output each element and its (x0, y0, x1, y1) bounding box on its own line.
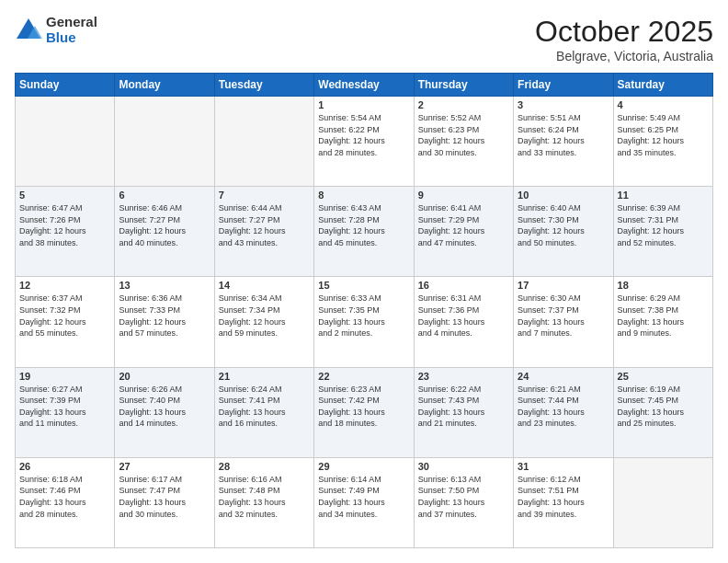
calendar-cell: 30Sunrise: 6:13 AMSunset: 7:50 PMDayligh… (414, 457, 513, 547)
calendar-cell: 2Sunrise: 5:52 AMSunset: 6:23 PMDaylight… (414, 97, 513, 187)
day-number: 7 (219, 190, 310, 201)
week-row-4: 26Sunrise: 6:18 AMSunset: 7:46 PMDayligh… (16, 457, 713, 547)
cell-info: Sunrise: 6:24 AMSunset: 7:41 PMDaylight:… (219, 384, 310, 430)
col-header-saturday: Saturday (613, 74, 712, 97)
calendar-cell: 16Sunrise: 6:31 AMSunset: 7:36 PMDayligh… (414, 277, 513, 367)
col-header-thursday: Thursday (414, 74, 513, 97)
calendar-cell: 9Sunrise: 6:41 AMSunset: 7:29 PMDaylight… (414, 187, 513, 277)
calendar-cell: 28Sunrise: 6:16 AMSunset: 7:48 PMDayligh… (214, 457, 313, 547)
header: General Blue October 2025 Belgrave, Vict… (15, 15, 713, 63)
cell-info: Sunrise: 6:21 AMSunset: 7:44 PMDaylight:… (518, 384, 609, 430)
calendar-cell: 3Sunrise: 5:51 AMSunset: 6:24 PMDaylight… (514, 97, 613, 187)
cell-info: Sunrise: 6:34 AMSunset: 7:34 PMDaylight:… (219, 293, 310, 339)
day-number: 16 (418, 280, 509, 291)
day-number: 15 (318, 280, 409, 291)
calendar-cell: 10Sunrise: 6:40 AMSunset: 7:30 PMDayligh… (514, 187, 613, 277)
day-number: 21 (219, 371, 310, 382)
cell-info: Sunrise: 6:31 AMSunset: 7:36 PMDaylight:… (418, 293, 509, 339)
day-number: 14 (219, 280, 310, 291)
calendar-cell: 20Sunrise: 6:26 AMSunset: 7:40 PMDayligh… (115, 367, 214, 457)
cell-info: Sunrise: 6:13 AMSunset: 7:50 PMDaylight:… (418, 474, 509, 520)
week-row-1: 5Sunrise: 6:47 AMSunset: 7:26 PMDaylight… (16, 187, 713, 277)
calendar-cell: 22Sunrise: 6:23 AMSunset: 7:42 PMDayligh… (314, 367, 414, 457)
cell-info: Sunrise: 6:43 AMSunset: 7:28 PMDaylight:… (318, 202, 409, 248)
cell-info: Sunrise: 5:51 AMSunset: 6:24 PMDaylight:… (518, 112, 609, 158)
cell-info: Sunrise: 6:36 AMSunset: 7:33 PMDaylight:… (119, 293, 210, 339)
cell-info: Sunrise: 6:19 AMSunset: 7:45 PMDaylight:… (618, 384, 709, 430)
cell-info: Sunrise: 6:39 AMSunset: 7:31 PMDaylight:… (618, 202, 709, 248)
calendar-cell: 13Sunrise: 6:36 AMSunset: 7:33 PMDayligh… (115, 277, 214, 367)
day-number: 23 (418, 371, 509, 382)
logo-general-text: General (46, 15, 97, 30)
title-block: October 2025 Belgrave, Victoria, Austral… (535, 15, 713, 63)
calendar-cell: 24Sunrise: 6:21 AMSunset: 7:44 PMDayligh… (514, 367, 613, 457)
day-number: 20 (119, 371, 210, 382)
calendar-cell: 7Sunrise: 6:44 AMSunset: 7:27 PMDaylight… (214, 187, 313, 277)
col-header-wednesday: Wednesday (314, 74, 414, 97)
day-number: 13 (119, 280, 210, 291)
calendar-cell: 6Sunrise: 6:46 AMSunset: 7:27 PMDaylight… (115, 187, 214, 277)
cell-info: Sunrise: 6:22 AMSunset: 7:43 PMDaylight:… (418, 384, 509, 430)
cell-info: Sunrise: 6:47 AMSunset: 7:26 PMDaylight:… (19, 202, 110, 248)
month-title: October 2025 (535, 15, 713, 49)
day-number: 19 (19, 371, 110, 382)
cell-info: Sunrise: 6:29 AMSunset: 7:38 PMDaylight:… (618, 293, 709, 339)
cell-info: Sunrise: 6:44 AMSunset: 7:27 PMDaylight:… (219, 202, 310, 248)
week-row-3: 19Sunrise: 6:27 AMSunset: 7:39 PMDayligh… (16, 367, 713, 457)
day-number: 22 (318, 371, 409, 382)
cell-info: Sunrise: 5:54 AMSunset: 6:22 PMDaylight:… (318, 112, 409, 158)
day-number: 5 (19, 190, 110, 201)
cell-info: Sunrise: 6:26 AMSunset: 7:40 PMDaylight:… (119, 384, 210, 430)
logo: General Blue (15, 15, 97, 45)
logo-blue-text: Blue (46, 30, 97, 46)
calendar-cell: 17Sunrise: 6:30 AMSunset: 7:37 PMDayligh… (514, 277, 613, 367)
calendar-cell: 11Sunrise: 6:39 AMSunset: 7:31 PMDayligh… (613, 187, 712, 277)
calendar-cell: 5Sunrise: 6:47 AMSunset: 7:26 PMDaylight… (16, 187, 115, 277)
cell-info: Sunrise: 6:37 AMSunset: 7:32 PMDaylight:… (19, 293, 110, 339)
cell-info: Sunrise: 6:18 AMSunset: 7:46 PMDaylight:… (19, 474, 110, 520)
calendar-cell: 19Sunrise: 6:27 AMSunset: 7:39 PMDayligh… (16, 367, 115, 457)
day-number: 11 (618, 190, 709, 201)
cell-info: Sunrise: 6:33 AMSunset: 7:35 PMDaylight:… (318, 293, 409, 339)
day-number: 9 (418, 190, 509, 201)
calendar-cell: 25Sunrise: 6:19 AMSunset: 7:45 PMDayligh… (613, 367, 712, 457)
day-number: 26 (19, 461, 110, 472)
calendar-cell: 4Sunrise: 5:49 AMSunset: 6:25 PMDaylight… (613, 97, 712, 187)
day-number: 8 (318, 190, 409, 201)
day-number: 2 (418, 99, 509, 110)
calendar-cell: 1Sunrise: 5:54 AMSunset: 6:22 PMDaylight… (314, 97, 414, 187)
calendar-cell: 26Sunrise: 6:18 AMSunset: 7:46 PMDayligh… (16, 457, 115, 547)
calendar-header-row: SundayMondayTuesdayWednesdayThursdayFrid… (16, 74, 713, 97)
day-number: 6 (119, 190, 210, 201)
cell-info: Sunrise: 5:52 AMSunset: 6:23 PMDaylight:… (418, 112, 509, 158)
week-row-2: 12Sunrise: 6:37 AMSunset: 7:32 PMDayligh… (16, 277, 713, 367)
day-number: 17 (518, 280, 609, 291)
cell-info: Sunrise: 6:23 AMSunset: 7:42 PMDaylight:… (318, 384, 409, 430)
day-number: 24 (518, 371, 609, 382)
calendar-cell: 23Sunrise: 6:22 AMSunset: 7:43 PMDayligh… (414, 367, 513, 457)
cell-info: Sunrise: 6:30 AMSunset: 7:37 PMDaylight:… (518, 293, 609, 339)
logo-text: General Blue (46, 15, 97, 45)
calendar-cell: 31Sunrise: 6:12 AMSunset: 7:51 PMDayligh… (514, 457, 613, 547)
week-row-0: 1Sunrise: 5:54 AMSunset: 6:22 PMDaylight… (16, 97, 713, 187)
page: General Blue October 2025 Belgrave, Vict… (0, 0, 728, 563)
cell-info: Sunrise: 6:17 AMSunset: 7:47 PMDaylight:… (119, 474, 210, 520)
calendar-table: SundayMondayTuesdayWednesdayThursdayFrid… (15, 73, 713, 548)
col-header-friday: Friday (514, 74, 613, 97)
day-number: 3 (518, 99, 609, 110)
calendar-cell: 12Sunrise: 6:37 AMSunset: 7:32 PMDayligh… (16, 277, 115, 367)
col-header-monday: Monday (115, 74, 214, 97)
day-number: 10 (518, 190, 609, 201)
day-number: 1 (318, 99, 409, 110)
calendar-cell (214, 97, 313, 187)
calendar-cell: 14Sunrise: 6:34 AMSunset: 7:34 PMDayligh… (214, 277, 313, 367)
cell-info: Sunrise: 6:16 AMSunset: 7:48 PMDaylight:… (219, 474, 310, 520)
cell-info: Sunrise: 6:14 AMSunset: 7:49 PMDaylight:… (318, 474, 409, 520)
day-number: 28 (219, 461, 310, 472)
calendar-cell: 18Sunrise: 6:29 AMSunset: 7:38 PMDayligh… (613, 277, 712, 367)
calendar-cell: 21Sunrise: 6:24 AMSunset: 7:41 PMDayligh… (214, 367, 313, 457)
day-number: 29 (318, 461, 409, 472)
calendar-cell (613, 457, 712, 547)
logo-icon (15, 17, 42, 44)
day-number: 18 (618, 280, 709, 291)
